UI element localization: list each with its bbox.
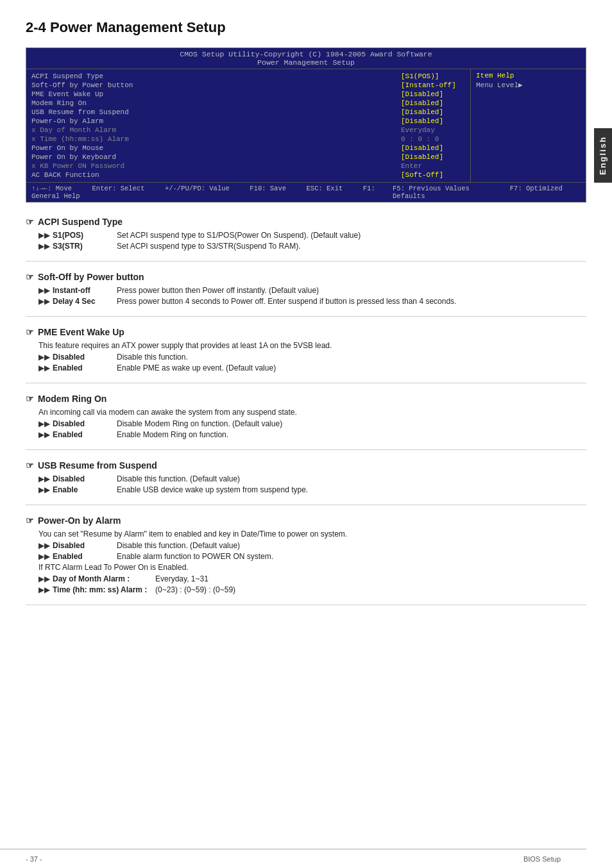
bullet-arrow-icon: ▶▶ (38, 474, 50, 483)
sub-item-label: Disabled (53, 353, 117, 362)
f5-hint: F5: Previous Values (393, 185, 470, 192)
sub-item-label: S3(STR) (53, 242, 117, 251)
bios-setup-label: BIOS Setup (523, 855, 561, 863)
sub-item: ▶▶DisabledDisable this function. (Defaul… (38, 541, 586, 550)
bios-row-label: PME Event Wake Up (31, 90, 401, 98)
sub-item-label: Disabled (53, 541, 117, 550)
bios-row-value: [Soft-Off] (401, 171, 465, 179)
section-desc: This feature requires an ATX power suppl… (38, 341, 586, 350)
section-divider (26, 605, 586, 605)
sub-item-label: Disabled (53, 419, 117, 428)
bios-row-label: ACPI Suspend Type (31, 72, 401, 80)
bios-row-label: Power-On by Alarm (31, 117, 401, 125)
section-header-power-on-alarm: Power-On by Alarm (26, 515, 586, 526)
section-usb-resume: USB Resume from Suspend▶▶DisabledDisable… (26, 460, 586, 494)
sub-item-desc: Enable USB device wake up system from su… (117, 485, 586, 494)
sub-item-label: Delay 4 Sec (53, 297, 117, 306)
sub-item-desc: Enable alarm function to POWER ON system… (117, 552, 586, 561)
sub-item-desc: Set ACPI suspend type to S3/STR(Suspend … (117, 242, 586, 251)
bios-row-value: Everyday (401, 126, 465, 134)
section-pme-event: PME Event Wake UpThis feature requires a… (26, 327, 586, 372)
bios-row: AC BACK Function[Soft-Off] (31, 171, 465, 179)
sub-item-label: Disabled (53, 474, 117, 483)
section-divider (26, 261, 586, 262)
section-soft-off: Soft-Off by Power button▶▶Instant-offPre… (26, 272, 586, 306)
bullet-arrow-icon: ▶▶ (38, 231, 50, 240)
bios-header-line1: CMOS Setup Utility-Copyright (C) 1984-20… (26, 50, 586, 58)
f10-hint: F10: Save (250, 185, 286, 192)
sub-item-label: Enabled (53, 430, 117, 439)
bios-row-label: Soft-Off by Power button (31, 81, 401, 89)
sub-item-desc: Press power button 4 seconds to Power of… (117, 297, 586, 306)
section-header-soft-off: Soft-Off by Power button (26, 272, 586, 282)
sub-item: ▶▶EnabledEnable Modem Ring on function. (38, 430, 586, 439)
bios-row: x Day of Month AlarmEveryday (31, 126, 465, 135)
section-divider (26, 383, 586, 383)
section-desc: An incoming call via modem can awake the… (38, 408, 586, 417)
bios-row-value: [Disabled] (401, 108, 465, 116)
bullet-arrow-icon: ▶▶ (38, 286, 50, 295)
sub-item: ▶▶DisabledDisable this function. (38, 353, 586, 362)
esc-hint: ESC: Exit (307, 185, 343, 192)
sub-item-desc: Enable Modem Ring on function. (117, 430, 586, 439)
bios-row: USB Resume from Suspend[Disabled] (31, 108, 465, 117)
bios-setup-box: CMOS Setup Utility-Copyright (C) 1984-20… (26, 47, 586, 203)
sub-item: ▶▶Delay 4 SecPress power button 4 second… (38, 297, 586, 306)
bios-row: Power-On by Alarm[Disabled] (31, 117, 465, 126)
bullet-arrow-icon: ▶▶ (38, 585, 50, 594)
bios-header: CMOS Setup Utility-Copyright (C) 1984-20… (26, 48, 586, 69)
section-header-usb-resume: USB Resume from Suspend (26, 460, 586, 471)
bios-row: Power On by Keyboard[Disabled] (31, 153, 465, 162)
bios-row-value: [Instant-off] (401, 81, 465, 89)
bios-header-line2: Power Management Setup (26, 58, 586, 67)
bios-row-label: USB Resume from Suspend (31, 108, 401, 116)
bios-row-value: [S1(POS)] (401, 72, 465, 80)
enter-hint: Enter: Select (92, 185, 145, 192)
bios-row: x KB Power ON PasswordEnter (31, 162, 465, 171)
bios-row: Soft-Off by Power button[Instant-off] (31, 81, 465, 90)
sub-item: ▶▶DisabledDisable Modem Ring on function… (38, 419, 586, 428)
section-header-modem-ring: Modem Ring On (26, 394, 586, 404)
bios-row: Power On by Mouse[Disabled] (31, 144, 465, 153)
section-header-acpi-suspend-type: ACPI Suspend Type (26, 217, 586, 227)
side-tab: English (594, 128, 612, 183)
page-number: - 37 - (26, 855, 42, 863)
sub-item-desc: Enable PME as wake up event. (Default va… (117, 363, 586, 372)
extra-sub-item: ▶▶Time (hh: mm: ss) Alarm :(0~23) : (0~5… (38, 585, 586, 594)
bios-item-help: Item Help Menu Level▶ (470, 69, 586, 182)
sub-item-label: Enabled (53, 552, 117, 561)
sub-item: ▶▶Instant-offPress power button then Pow… (38, 286, 586, 295)
bios-row-label: x Time (hh:mm:ss) Alarm (31, 135, 401, 143)
extra-sub-item-label: Time (hh: mm: ss) Alarm : (53, 585, 155, 594)
value-hint: +/-/PU/PD: Value (165, 185, 230, 192)
sub-item-label: Enable (53, 485, 117, 494)
bios-row: Modem Ring On[Disabled] (31, 99, 465, 108)
bios-row-value: [Disabled] (401, 99, 465, 107)
bios-row-label: Power On by Keyboard (31, 153, 401, 161)
bios-row-label: AC BACK Function (31, 171, 401, 179)
section-modem-ring: Modem Ring OnAn incoming call via modem … (26, 394, 586, 439)
sub-item: ▶▶EnabledEnable alarm function to POWER … (38, 552, 586, 561)
sub-item: ▶▶EnabledEnable PME as wake up event. (D… (38, 363, 586, 372)
section-divider (26, 449, 586, 450)
extra-sub-item-label: Day of Month Alarm : (53, 574, 155, 583)
sub-item: ▶▶DisabledDisable this function. (Defaul… (38, 474, 586, 483)
sub-item-desc: Disable this function. (Default value) (117, 474, 586, 483)
bullet-arrow-icon: ▶▶ (38, 574, 50, 583)
extra-sub-item: ▶▶Day of Month Alarm :Everyday, 1~31 (38, 574, 586, 583)
section-header-pme-event: PME Event Wake Up (26, 327, 586, 337)
bullet-arrow-icon: ▶▶ (38, 297, 50, 306)
extra-sub-item-desc: Everyday, 1~31 (155, 574, 586, 583)
bios-row: ACPI Suspend Type[S1(POS)] (31, 72, 465, 81)
bios-footer: ↑↓→←: Move Enter: Select +/-/PU/PD: Valu… (26, 182, 586, 202)
sub-item: ▶▶S1(POS)Set ACPI suspend type to S1/POS… (38, 231, 586, 240)
bios-row-label: Power On by Mouse (31, 144, 401, 152)
bottom-bar: - 37 - BIOS Setup (0, 849, 586, 868)
sub-item-desc: Set ACPI suspend type to S1/POS(Power On… (117, 231, 586, 240)
sub-item-desc: Press power button then Power off instan… (117, 286, 586, 295)
bios-row-value: 0 : 0 : 0 (401, 135, 465, 143)
bios-row: x Time (hh:mm:ss) Alarm0 : 0 : 0 (31, 135, 465, 144)
sub-item-label: Enabled (53, 363, 117, 372)
bios-row-value: [Disabled] (401, 144, 465, 152)
bullet-arrow-icon: ▶▶ (38, 485, 50, 494)
